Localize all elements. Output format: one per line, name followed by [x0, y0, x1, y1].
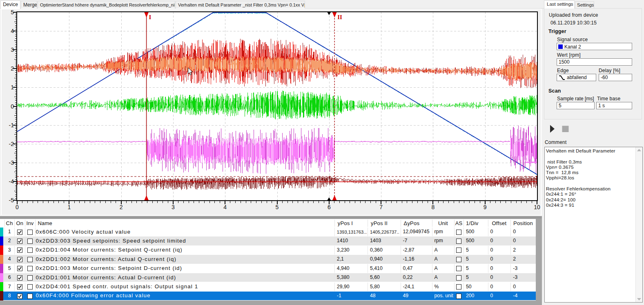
svg-text:-5: -5	[9, 197, 14, 203]
svg-text:0: 0	[16, 204, 19, 210]
svg-text:-2: -2	[9, 141, 14, 147]
svg-text:-3: -3	[9, 159, 14, 166]
svg-text:-4: -4	[9, 178, 14, 185]
svg-text:10: 10	[534, 204, 540, 210]
svg-text:5: 5	[11, 9, 14, 15]
svg-text:-1: -1	[9, 122, 14, 128]
svg-text:4: 4	[223, 204, 227, 210]
svg-text:II: II	[337, 14, 342, 20]
svg-text:3: 3	[172, 204, 175, 210]
svg-text:8: 8	[432, 204, 435, 210]
svg-text:4: 4	[11, 28, 14, 34]
svg-text:5: 5	[276, 204, 279, 210]
svg-text:9: 9	[484, 204, 487, 210]
svg-text:2: 2	[120, 204, 123, 210]
svg-text:3: 3	[11, 46, 14, 53]
svg-text:I: I	[149, 14, 152, 20]
svg-text:7: 7	[379, 204, 383, 210]
svg-text:6: 6	[328, 204, 331, 210]
svg-text:1: 1	[67, 204, 71, 210]
svg-text:0: 0	[11, 103, 14, 110]
svg-text:1: 1	[11, 84, 14, 91]
svg-text:2: 2	[11, 65, 14, 72]
